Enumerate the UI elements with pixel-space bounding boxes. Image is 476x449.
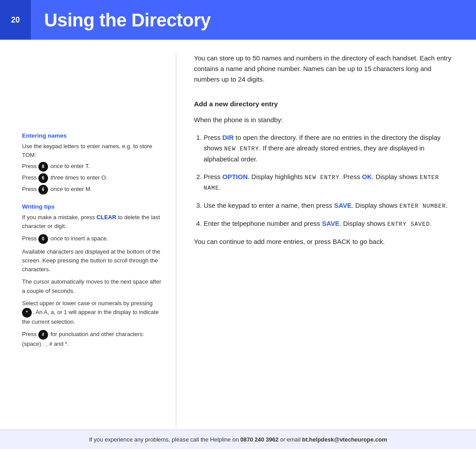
content-area: Entering names Use the keypad letters to… xyxy=(0,40,476,428)
enter-number-mono: ENTER NUMBER xyxy=(399,203,446,210)
footer-text: If you experience any problems, please c… xyxy=(89,436,240,443)
writing-tip-4: The cursor automatically moves to the ne… xyxy=(22,277,163,295)
writing-tip-2: Press 0 once to insert a space. xyxy=(22,234,163,244)
save-keyword-2: SAVE xyxy=(322,220,340,227)
writing-tip-3: Available characters are displayed at th… xyxy=(22,247,163,274)
entering-names-section: Entering names Use the keypad letters to… xyxy=(22,131,163,195)
steps-list: Press DIR to open the directory. If ther… xyxy=(194,132,454,229)
footer-email: bt.helpdesk@vtecheurope.com xyxy=(302,436,387,443)
step-2: Press OPTION. Display highlights NEW ENT… xyxy=(204,172,454,194)
footer-text2: or email xyxy=(279,436,302,443)
writing-tip-5: Select upper or lower case or numerals b… xyxy=(22,299,163,326)
step-3: Use the keypad to enter a name, then pre… xyxy=(204,200,454,211)
key-badge-6a: 6 xyxy=(38,173,48,183)
key-entry-1: Press 8 once to enter T. xyxy=(22,162,163,172)
final-text: You can continue to add more entries, or… xyxy=(194,236,454,247)
back-keyword: BACK xyxy=(333,238,351,245)
new-entry-mono-2: NEW ENTRY xyxy=(305,174,339,181)
sidebar: Entering names Use the keypad letters to… xyxy=(0,53,176,428)
key-entry-2: Press 6 three times to enter O. xyxy=(22,173,163,183)
key-entry-3: Press 6 once to enter M. xyxy=(22,185,163,195)
section-title: Add a new directory entry xyxy=(194,99,454,109)
save-keyword-1: SAVE xyxy=(334,202,352,209)
new-entry-mono-1: NEW ENTRY xyxy=(224,146,259,152)
writing-tips-title: Writing tips xyxy=(22,202,163,211)
key-badge-8: 8 xyxy=(38,162,48,172)
entering-names-title: Entering names xyxy=(22,131,163,140)
page-header: 20 Using the Directory xyxy=(0,0,476,40)
writing-tip-6: Press # for punctuation and other charac… xyxy=(22,330,163,348)
key-badge-6b: 6 xyxy=(38,185,48,195)
main-content: You can store up to 50 names and numbers… xyxy=(176,53,476,428)
writing-tips-section: Writing tips If you make a mistake, pres… xyxy=(22,202,163,349)
step-1: Press DIR to open the directory. If ther… xyxy=(204,132,454,165)
page-title: Using the Directory xyxy=(31,6,211,34)
page-number: 20 xyxy=(0,0,31,40)
dir-keyword: DIR xyxy=(223,134,234,141)
option-keyword: OPTION xyxy=(223,173,248,180)
key-badge-hash: # xyxy=(38,330,48,340)
footer-phone: 0870 240 3962 xyxy=(240,436,279,443)
page-footer: If you experience any problems, please c… xyxy=(0,430,476,449)
entering-names-intro: Use the keypad letters to enter names, e… xyxy=(22,142,163,160)
step-4: Enter the telpephone number and press SA… xyxy=(204,218,454,229)
key-badge-0: 0 xyxy=(38,234,48,244)
main-intro: You can store up to 50 names and numbers… xyxy=(194,53,454,85)
entry-saved-mono: ENTRY SAVED xyxy=(387,221,430,228)
writing-tip-1: If you make a mistake, press CLEAR to de… xyxy=(22,213,163,231)
key-badge-star: * xyxy=(22,308,32,318)
standby-text: When the phone is in standby: xyxy=(194,115,454,125)
ok-keyword: OK xyxy=(362,173,372,180)
